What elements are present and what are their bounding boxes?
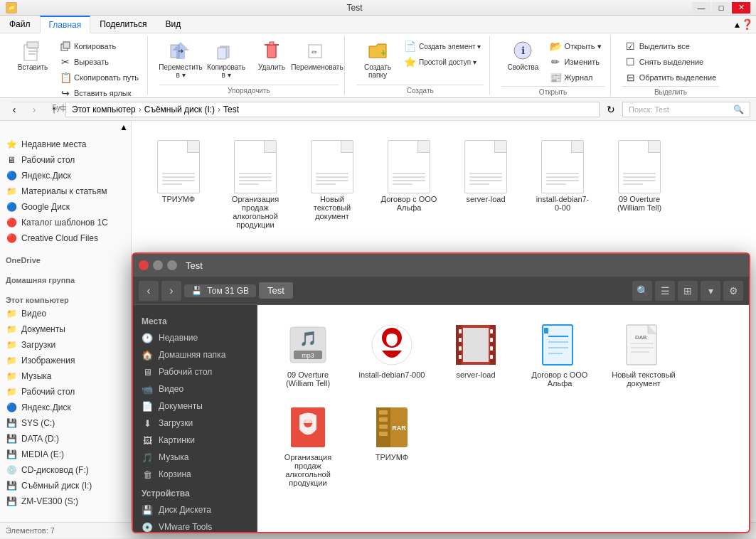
file-item-contract[interactable]: Договор с ООО Альфа xyxy=(373,132,444,235)
sidebar-item-desktop[interactable]: 🖥 Рабочий стол xyxy=(0,152,131,168)
sidebar-item-music[interactable]: 📁 Музыка xyxy=(0,368,131,384)
select-all-button[interactable]: ☑ Выделить все xyxy=(622,39,720,53)
maximize-button[interactable]: □ xyxy=(712,2,730,14)
linux-sidebar-recent[interactable]: 🕐 Недавние xyxy=(133,329,257,346)
linux-file-server-load[interactable]: server-load xyxy=(437,316,515,393)
linux-search-button[interactable]: 🔍 xyxy=(632,281,652,301)
file-item-org[interactable]: Организация продаж алкогольной продукции xyxy=(220,132,291,235)
removable-drive-icon: 💾 xyxy=(6,480,17,491)
history-button[interactable]: 📰 Журнал xyxy=(547,70,604,85)
sidebar-item-recent[interactable]: ⭐ Недавние места xyxy=(0,137,131,152)
tab-view[interactable]: Вид xyxy=(156,16,190,33)
linux-max-button[interactable] xyxy=(167,260,177,270)
deselect-button[interactable]: ☐ Снять выделение xyxy=(622,55,720,69)
linux-sidebar-music[interactable]: 🎵 Музыка xyxy=(133,449,257,466)
file-item-server-load[interactable]: server-load xyxy=(450,132,521,235)
linux-file-debian[interactable]: install-debian7-000 xyxy=(353,316,431,393)
linux-file-new-text[interactable]: DAB Новый текстовыйдокумент xyxy=(605,316,683,393)
paste-shortcut-button[interactable]: ↪ Вставить ярлык xyxy=(57,86,142,100)
linux-desktop-icon: 🖥 xyxy=(142,366,153,378)
linux-sidebar-documents[interactable]: 📄 Документы xyxy=(133,397,257,415)
linux-sidebar-video[interactable]: 📹 Видео xyxy=(133,380,257,397)
new-row: + Создатьпапку 📄 Создать элемент ▾ ⭐ Про… xyxy=(356,36,484,82)
linux-pictures-icon: 🖼 xyxy=(142,434,153,446)
address-path[interactable]: Этот компьютер › Съёмный диск (I:) › Tes… xyxy=(65,102,600,117)
tab-file[interactable]: Файл xyxy=(0,16,40,33)
copy-button[interactable]: Копировать xyxy=(57,39,142,53)
sidebar-item-data-d[interactable]: 💾 DATA (D:) xyxy=(0,431,131,447)
sidebar-scroll-up[interactable]: ▲ xyxy=(0,121,131,134)
gdrive-icon: 🔵 xyxy=(6,201,17,213)
ribbon-collapse-icon[interactable]: ▴ xyxy=(735,18,740,30)
back-button[interactable]: ‹ xyxy=(6,101,23,118)
sidebar-item-zm-s[interactable]: 💾 ZM-VE300 (S:) xyxy=(0,493,131,509)
up-button[interactable]: ↑ xyxy=(46,101,63,118)
sidebar-item-downloads[interactable]: 📁 Загрузки xyxy=(0,337,131,353)
tab-home[interactable]: Главная xyxy=(40,16,91,33)
linux-sort-button[interactable]: ▾ xyxy=(701,281,720,301)
file-item-triumf[interactable]: ТРИУМФ xyxy=(143,132,214,235)
linux-sidebar-vmware[interactable]: 💿 VMware Tools xyxy=(133,518,257,532)
sidebar-item-sys-c[interactable]: 💾 SYS (C:) xyxy=(0,415,131,431)
sidebar-item-desktop2[interactable]: 📁 Рабочий стол xyxy=(0,384,131,400)
cut-button[interactable]: ✂ Вырезать xyxy=(57,55,142,69)
linux-title-bar: Test xyxy=(133,254,749,277)
close-button[interactable]: ✕ xyxy=(732,2,750,14)
invert-selection-button[interactable]: ⊟ Обратить выделение xyxy=(622,70,720,85)
sidebar-item-google-drive[interactable]: 🔵 Google Диск xyxy=(0,199,131,215)
copy-path-button[interactable]: 📋 Скопировать путь xyxy=(57,70,142,85)
linux-sidebar-trash[interactable]: 🗑 Корзина xyxy=(133,466,257,483)
file-item-overture[interactable]: 09 Overture (William Tell) xyxy=(604,132,675,235)
new-folder-button[interactable]: + Создатьпапку xyxy=(356,36,399,82)
sidebar-item-1c[interactable]: 🔴 Каталог шаблонов 1С xyxy=(0,215,131,230)
linux-window: Test ‹ › 💾 Том 31 GB Test 🔍 ☰ ⊞ ▾ ⚙ Мест… xyxy=(132,252,750,533)
linux-sidebar-pictures[interactable]: 🖼 Картинки xyxy=(133,432,257,449)
linux-file-overture[interactable]: 🎵 mp3 09 Overture(William Tell) xyxy=(269,316,347,393)
linux-grid-view-button[interactable]: ⊞ xyxy=(678,281,698,301)
linux-sidebar-desktop[interactable]: 🖥 Рабочий стол xyxy=(133,363,257,380)
sidebar-item-images[interactable]: 📁 Изображения xyxy=(0,353,131,368)
sidebar-item-media-e[interactable]: 💾 MEDIA (E:) xyxy=(0,447,131,462)
forward-button[interactable]: › xyxy=(26,101,43,118)
linux-list-view-button[interactable]: ☰ xyxy=(655,281,675,301)
ribbon-help-icon[interactable]: ❓ xyxy=(741,18,753,30)
sidebar-item-yandex[interactable]: 🔵 Яндекс.Диск xyxy=(0,168,131,183)
linux-sidebar-home[interactable]: 🏠 Домашняя папка xyxy=(133,346,257,363)
sidebar-item-video[interactable]: 📁 Видео xyxy=(0,306,131,321)
sidebar-item-materials[interactable]: 📁 Материалы к статьям xyxy=(0,183,131,199)
linux-back-button[interactable]: ‹ xyxy=(139,281,159,301)
linux-forward-button[interactable]: › xyxy=(161,281,181,301)
move-to-button[interactable]: ➜ Переместитьв ▾ xyxy=(159,36,202,82)
sidebar-item-documents[interactable]: 📁 Документы xyxy=(0,321,131,337)
sidebar-item-removable-i[interactable]: 💾 Съёмный диск (I:) xyxy=(0,478,131,493)
edit-button[interactable]: ✏ Изменить xyxy=(547,55,604,69)
paste-button[interactable]: Вставить xyxy=(11,36,54,74)
properties-button[interactable]: ℹ Свойства xyxy=(501,36,544,74)
minimize-button[interactable]: — xyxy=(692,2,710,14)
rename-button[interactable]: ✏ Переименовать xyxy=(296,36,339,74)
sidebar-item-yandex2[interactable]: 🔵 Яндекс.Диск xyxy=(0,400,131,415)
search-box[interactable]: Поиск: Test 🔍 xyxy=(622,102,750,117)
copy-to-button[interactable]: Копироватьв ▾ xyxy=(205,36,247,82)
linux-close-button[interactable] xyxy=(139,260,149,270)
file-item-new-text[interactable]: Новый текстовый документ xyxy=(297,132,368,235)
sidebar-item-creative-cloud[interactable]: 🔴 Creative Cloud Files xyxy=(0,230,131,246)
linux-min-button[interactable] xyxy=(153,260,163,270)
new-item-button[interactable]: 📄 Создать элемент ▾ xyxy=(402,39,484,53)
linux-settings-button[interactable]: ⚙ xyxy=(723,281,743,301)
linux-active-tab[interactable]: Test xyxy=(259,282,293,299)
linux-triumf-icon: RAR xyxy=(369,405,415,450)
tab-share[interactable]: Поделиться xyxy=(90,16,156,33)
linux-file-triumf[interactable]: RAR ТРИУМФ xyxy=(353,399,431,493)
delete-button[interactable]: Удалить xyxy=(250,36,293,74)
easy-access-button[interactable]: ⭐ Простой доступ ▾ xyxy=(402,55,484,69)
linux-sidebar-downloads[interactable]: ⬇ Загрузки xyxy=(133,415,257,432)
linux-file-contract[interactable]: Договор с ОООАльфа xyxy=(521,316,599,393)
linux-file-org[interactable]: Организацияпродажалкогольнойпродукции xyxy=(269,399,347,493)
sidebar-item-cd-f[interactable]: 💿 CD-дисковод (F:) xyxy=(0,462,131,478)
refresh-button[interactable]: ↻ xyxy=(602,102,619,117)
open-button[interactable]: 📂 Открыть ▾ xyxy=(547,39,604,53)
linux-video-icon: 📹 xyxy=(142,383,153,395)
file-item-debian[interactable]: install-debian7-0-00 xyxy=(527,132,598,235)
linux-sidebar-floppy[interactable]: 💾 Диск Дискета xyxy=(133,501,257,518)
